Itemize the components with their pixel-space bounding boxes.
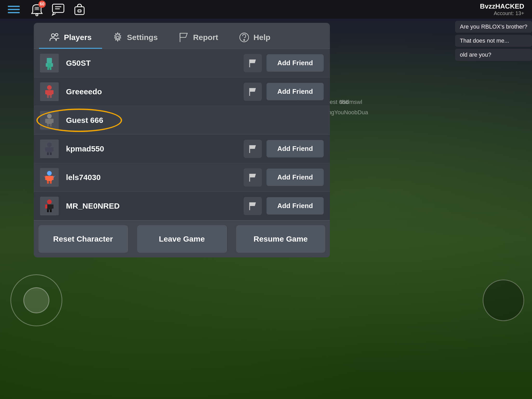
player-avatar (40, 197, 59, 215)
player-row[interactable]: GreeeedoAdd Friend (34, 77, 330, 106)
svg-rect-53 (47, 210, 49, 212)
report-flag-button[interactable] (244, 54, 262, 72)
player-name: MR_NE0NRED (66, 202, 244, 210)
svg-rect-31 (45, 119, 47, 123)
player-name: G50ST (66, 59, 244, 68)
add-friend-button[interactable]: Add Friend (267, 83, 324, 100)
svg-rect-38 (51, 147, 54, 151)
svg-point-22 (47, 85, 52, 90)
svg-point-14 (244, 39, 245, 41)
action-button-circle[interactable] (483, 280, 524, 321)
notifications-button[interactable]: 60 (30, 3, 44, 16)
svg-rect-30 (47, 119, 52, 124)
svg-rect-37 (45, 147, 47, 151)
top-bar: 60 BvzzHACKED Account: 13+ (0, 0, 532, 19)
chat-button[interactable] (51, 3, 65, 16)
svg-rect-34 (50, 124, 52, 127)
leave-game-button[interactable]: Leave Game (137, 225, 227, 253)
svg-rect-19 (47, 68, 49, 70)
svg-rect-1 (34, 6, 40, 11)
svg-rect-47 (50, 181, 52, 184)
hamburger-menu[interactable] (8, 6, 20, 13)
svg-rect-27 (50, 95, 52, 98)
bottom-buttons: Reset Character Leave Game Resume Game (34, 220, 330, 257)
report-flag-button[interactable] (244, 197, 262, 215)
svg-point-42 (47, 171, 52, 176)
add-friend-button[interactable]: Add Friend (267, 197, 324, 215)
player-name: Guest 666 (66, 116, 324, 125)
svg-rect-8 (78, 10, 81, 12)
svg-rect-45 (51, 176, 54, 180)
player-avatar (40, 54, 59, 72)
report-flag-button[interactable] (244, 168, 262, 187)
player-avatar (40, 111, 59, 130)
svg-rect-39 (47, 152, 49, 155)
svg-rect-26 (47, 95, 49, 98)
svg-rect-15 (47, 58, 52, 63)
tab-settings-label: Settings (127, 33, 158, 42)
user-info: BvzzHACKED Account: 13+ (480, 2, 524, 16)
svg-rect-32 (51, 119, 54, 123)
svg-rect-18 (51, 63, 53, 67)
tab-report-label: Report (193, 33, 218, 42)
svg-rect-17 (46, 63, 48, 67)
svg-rect-54 (50, 210, 52, 212)
svg-point-11 (116, 36, 119, 39)
notification-badge: 60 (38, 1, 46, 8)
main-panel: Players Settings Report Help G (34, 23, 330, 257)
svg-rect-24 (45, 90, 47, 94)
report-flag-button[interactable] (244, 140, 262, 158)
tab-settings[interactable]: Settings (102, 27, 168, 49)
tab-help-label: Help (254, 33, 270, 42)
svg-point-29 (47, 114, 52, 118)
svg-rect-7 (75, 7, 84, 15)
backpack-button[interactable] (73, 3, 86, 16)
svg-rect-33 (47, 124, 49, 127)
tab-bar: Players Settings Report Help (34, 23, 330, 49)
player-row[interactable]: G50STAdd Friend (34, 49, 330, 77)
svg-rect-40 (50, 152, 52, 155)
player-avatar (40, 139, 59, 158)
svg-rect-36 (47, 147, 52, 152)
tab-help[interactable]: Help (229, 27, 281, 49)
svg-rect-46 (47, 181, 49, 184)
svg-rect-43 (47, 176, 52, 181)
player-name: kpmad550 (66, 144, 244, 153)
svg-point-10 (55, 34, 58, 36)
player-list: G50STAdd FriendGreeeedoAdd FriendGuest 6… (34, 49, 330, 220)
top-bar-icons: 60 (30, 3, 86, 16)
add-friend-button[interactable]: Add Friend (267, 140, 324, 157)
player-row[interactable]: kpmad550Add Friend (34, 135, 330, 163)
report-flag-button[interactable] (244, 83, 262, 101)
player-name: Greeeedo (66, 87, 244, 96)
svg-rect-25 (51, 90, 54, 94)
svg-rect-52 (51, 204, 54, 209)
player-row[interactable]: MR_NE0NREDAdd Friend (34, 192, 330, 220)
svg-rect-23 (47, 90, 52, 95)
resume-game-button[interactable]: Resume Game (236, 225, 325, 253)
account-info-display: Account: 13+ (480, 10, 524, 16)
add-friend-button[interactable]: Add Friend (267, 54, 324, 72)
reset-character-button[interactable]: Reset Character (38, 225, 128, 253)
svg-rect-20 (50, 68, 51, 70)
player-avatar (40, 82, 59, 101)
svg-rect-44 (45, 176, 47, 180)
add-friend-button[interactable]: Add Friend (267, 169, 324, 186)
tab-players[interactable]: Players (39, 27, 102, 49)
player-row[interactable]: lels74030Add Friend (34, 163, 330, 192)
player-name: lels74030 (66, 173, 244, 182)
svg-point-49 (47, 200, 52, 204)
svg-rect-16 (47, 63, 51, 68)
svg-rect-50 (47, 204, 52, 210)
username-display: BvzzHACKED (480, 2, 524, 10)
tab-report[interactable]: Report (168, 27, 229, 49)
player-row[interactable]: Guest 666 (34, 106, 330, 135)
svg-rect-4 (52, 4, 64, 12)
svg-point-9 (51, 34, 55, 37)
tab-players-label: Players (64, 33, 92, 42)
player-avatar (40, 168, 59, 187)
svg-point-35 (47, 142, 52, 147)
svg-point-0 (36, 14, 38, 16)
svg-rect-51 (45, 204, 47, 209)
